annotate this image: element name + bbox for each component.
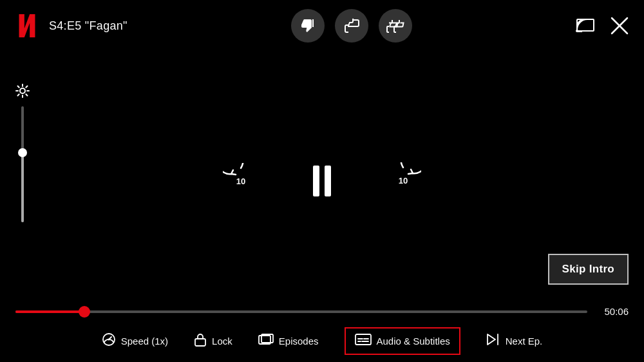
cast-button[interactable]: [576, 18, 595, 33]
close-icon: [611, 17, 629, 35]
next-ep-label: Next Ep.: [506, 336, 543, 347]
speedometer-icon: [102, 332, 116, 347]
svg-text:10: 10: [236, 176, 245, 186]
center-controls: 10 10: [220, 160, 424, 202]
progress-thumb: [79, 306, 90, 318]
brightness-thumb: [18, 148, 27, 157]
top-left: S4:E5 "Fagan": [15, 14, 128, 37]
svg-line-11: [26, 94, 27, 95]
progress-track[interactable]: [15, 310, 587, 313]
forward-icon: 10: [385, 162, 421, 200]
cast-icon: [576, 18, 595, 33]
audio-subtitles-label: Audio & Subtitles: [377, 336, 450, 347]
lock-label: Lock: [212, 336, 232, 347]
thumbs-down-button[interactable]: [291, 9, 325, 43]
svg-marker-26: [488, 334, 495, 345]
pause-bar-left: [313, 166, 319, 196]
subtitles-svg-icon: [355, 334, 372, 347]
bottom-controls: Speed (1x) Lock Episodes: [0, 319, 644, 362]
episodes-icon: [258, 334, 274, 348]
svg-line-13: [18, 94, 19, 95]
thumbs-up-icon: [344, 18, 359, 33]
lock-button[interactable]: Lock: [194, 332, 232, 350]
rewind-button[interactable]: 10: [220, 160, 261, 202]
episodes-button[interactable]: Episodes: [258, 334, 319, 348]
rewind-icon: 10: [223, 163, 259, 199]
audio-subtitles-icon: [355, 334, 372, 348]
pause-button[interactable]: [313, 166, 331, 196]
top-bar: S4:E5 "Fagan": [0, 0, 644, 52]
top-center-controls: [291, 9, 412, 43]
next-ep-svg-icon: [486, 333, 500, 346]
close-button[interactable]: [611, 17, 629, 35]
netflix-logo: [15, 14, 39, 37]
skip-intro-button[interactable]: Skip Intro: [548, 254, 629, 285]
thumbs-double-up-icon: [386, 18, 404, 33]
brightness-icon: [15, 84, 30, 101]
brightness-slider-track[interactable]: [21, 106, 24, 222]
episodes-label: Episodes: [279, 336, 319, 347]
lock-icon: [194, 332, 207, 350]
thumbs-double-up-button[interactable]: [379, 9, 412, 43]
svg-point-5: [20, 88, 25, 93]
episodes-svg-icon: [258, 334, 274, 345]
svg-rect-18: [195, 339, 205, 346]
thumbs-down-icon: [300, 18, 316, 33]
progress-fill: [15, 310, 84, 313]
brightness-control[interactable]: [15, 84, 30, 222]
brightness-slider-fill: [21, 153, 24, 222]
pause-bars: [313, 166, 331, 196]
speed-icon: [102, 332, 116, 350]
time-display: 50:06: [598, 306, 629, 317]
progress-area: 50:06: [0, 306, 644, 317]
pause-bar-right: [325, 166, 331, 196]
lock-svg-icon: [194, 332, 207, 347]
speed-label: Speed (1x): [121, 336, 168, 347]
audio-subtitles-button[interactable]: Audio & Subtitles: [345, 327, 460, 355]
svg-point-2: [576, 30, 578, 32]
episode-title: S4:E5 "Fagan": [49, 19, 128, 33]
forward-button[interactable]: 10: [383, 160, 424, 202]
svg-line-12: [26, 86, 27, 88]
svg-text:10: 10: [399, 176, 408, 186]
speed-button[interactable]: Speed (1x): [102, 332, 168, 350]
next-episode-icon: [486, 333, 500, 349]
svg-line-10: [18, 86, 19, 88]
top-right-controls: [576, 17, 629, 35]
svg-rect-21: [355, 334, 371, 345]
thumbs-up-button[interactable]: [335, 9, 368, 43]
sun-icon: [15, 84, 30, 98]
next-episode-button[interactable]: Next Ep.: [486, 333, 543, 349]
